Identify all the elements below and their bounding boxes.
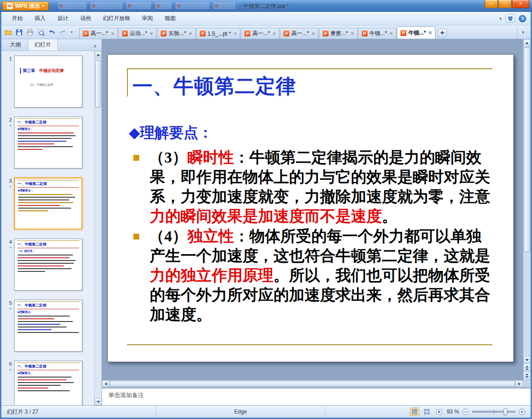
scroll-down-button[interactable] xyxy=(523,356,531,363)
close-tab-icon[interactable]: × xyxy=(312,31,315,36)
new-tab-button[interactable]: + xyxy=(438,28,447,37)
tab-list-dropdown-button[interactable]: ▾ xyxy=(517,27,529,37)
maximize-button[interactable]: □ xyxy=(498,0,512,8)
thumbnail-canvas[interactable]: 一、牛顿第二定律 （4）独立性： xyxy=(14,239,82,291)
document-tab[interactable]: P高一...*× xyxy=(79,28,118,39)
normal-view-button[interactable] xyxy=(410,408,419,416)
slide-heading[interactable]: ◆理解要点： xyxy=(129,123,213,143)
document-tab[interactable]: P摩擦...*× xyxy=(319,28,358,39)
thumb-line xyxy=(18,149,42,150)
menu-insert[interactable]: 插入 xyxy=(29,12,51,25)
print-preview-button[interactable] xyxy=(36,27,46,37)
close-tab-icon[interactable]: × xyxy=(390,31,393,36)
vertical-scrollbar-thumb[interactable] xyxy=(524,47,530,252)
tab-slides[interactable]: 幻灯片 xyxy=(28,39,58,51)
menu-review[interactable]: 审阅 xyxy=(136,12,159,25)
slide-thumbnail-5[interactable]: 5★ 一、牛顿第二定律 ◆理解要点： xyxy=(2,300,93,352)
document-tab-active[interactable]: P牛顿...*× xyxy=(397,26,436,39)
thumb-title: 一、牛顿第二定律 xyxy=(18,181,79,188)
close-tab-icon[interactable]: × xyxy=(429,31,432,35)
redo-button[interactable] xyxy=(58,27,68,37)
horizontal-scrollbar-thumb[interactable] xyxy=(110,381,515,387)
undo-button[interactable] xyxy=(47,27,57,37)
slide-canvas[interactable]: 一、牛顿第二定律 ◆理解要点： （3）瞬时性：牛顿第二定律揭示的是力的瞬间效果，… xyxy=(107,54,514,362)
menu-design[interactable]: 设计 xyxy=(51,12,74,25)
close-tab-icon[interactable]: × xyxy=(233,31,237,36)
scroll-up-button[interactable] xyxy=(523,39,531,46)
horizontal-scrollbar[interactable] xyxy=(102,380,523,387)
thumbnail-canvas-selected[interactable]: 一、牛顿第二定律 ◆理解要点： xyxy=(14,178,82,230)
next-slide-button[interactable] xyxy=(523,372,531,380)
scroll-left-button[interactable] xyxy=(102,380,109,387)
thumbnail-canvas[interactable]: 第三章 牛顿运动定律 3.2 牛顿第二定律 xyxy=(14,56,82,107)
menu-view[interactable]: 视图 xyxy=(159,12,182,25)
thumb-line xyxy=(18,332,79,333)
editing-area: 一、牛顿第二定律 ◆理解要点： （3）瞬时性：牛顿第二定律揭示的是力的瞬间效果，… xyxy=(102,39,531,405)
document-tab[interactable]: P实验...*× xyxy=(157,28,196,39)
slide-thumbnail-4[interactable]: 4★ 一、牛顿第二定律 （4）独立性： xyxy=(2,239,93,291)
zoom-out-button[interactable]: − xyxy=(462,409,469,415)
thumb-lead: ◆理解要点： xyxy=(17,371,79,375)
previous-slide-button[interactable] xyxy=(523,363,531,372)
sidebar-scrollbar-thumb[interactable] xyxy=(95,60,101,107)
save-button[interactable] xyxy=(14,27,24,37)
presentation-file-icon: P xyxy=(161,31,167,36)
thumb-text-lines xyxy=(18,377,79,391)
undo-history-dropdown-icon[interactable]: ▾ xyxy=(69,30,75,34)
slide-indicator: 幻灯片 3 / 27 xyxy=(1,406,156,418)
print-button[interactable] xyxy=(25,27,35,37)
slide-sorter-button[interactable] xyxy=(422,408,431,416)
thumb-line xyxy=(18,327,66,327)
open-button[interactable] xyxy=(3,27,13,37)
slideshow-button[interactable] xyxy=(435,408,444,416)
zoom-slider[interactable] xyxy=(472,411,516,413)
slide-body-textbox[interactable]: （3）瞬时性：牛顿第二定律揭示的是力的瞬间效果，即作用在物体上的力与它的效果是瞬… xyxy=(133,148,495,325)
menu-animation[interactable]: 动画 xyxy=(74,12,97,25)
sidebar-scroll-down-button[interactable] xyxy=(95,398,101,405)
scroll-right-button[interactable] xyxy=(516,380,523,387)
zoom-percent-label: 93 % xyxy=(447,409,459,415)
skin-switch-button[interactable] xyxy=(505,14,515,23)
document-tab[interactable]: P高一...*× xyxy=(280,28,319,39)
zoom-in-button[interactable]: + xyxy=(519,409,525,415)
close-tab-icon[interactable]: × xyxy=(111,31,114,36)
collapse-ribbon-icon[interactable]: ▾ xyxy=(499,16,502,21)
close-tab-icon[interactable]: × xyxy=(273,31,276,36)
document-tab-label: 高一...* xyxy=(252,30,270,37)
sidebar-scroll-up-button[interactable] xyxy=(95,51,101,58)
document-tab[interactable]: P牛顿...*× xyxy=(358,28,397,39)
help-icon[interactable]: ? xyxy=(519,15,526,22)
close-tab-icon[interactable]: × xyxy=(351,31,354,36)
slideshow-play-icon xyxy=(436,409,442,415)
thumbnail-canvas[interactable]: 一、牛顿第二定律 ◆理解要点： xyxy=(14,300,82,352)
close-window-button[interactable]: × xyxy=(512,0,529,8)
document-tab[interactable]: P1.5_...pt *× xyxy=(196,28,240,39)
document-tab[interactable]: P运动...*× xyxy=(118,28,157,39)
thumbnail-canvas[interactable]: 一、牛顿第二定律 ◆理解要点： xyxy=(14,117,82,169)
bullet-paragraph-3: （3）瞬时性：牛顿第二定律揭示的是力的瞬间效果，即作用在物体上的力与它的效果是瞬… xyxy=(133,148,495,226)
slide-thumbnail-1[interactable]: 1 第三章 牛顿运动定律 3.2 牛顿第二定律 xyxy=(2,56,93,107)
close-tab-icon[interactable]: × xyxy=(189,31,192,36)
thumb-line xyxy=(18,208,71,209)
zoom-slider-thumb[interactable] xyxy=(503,409,507,415)
thumb-line xyxy=(18,377,71,378)
slide-number: 4 xyxy=(2,239,12,245)
thumb-line xyxy=(18,318,54,319)
thumb-line xyxy=(18,271,45,272)
slide-thumbnail-2[interactable]: 2★ 一、牛顿第二定律 ◆理解要点： xyxy=(2,117,93,169)
bullet-square-icon xyxy=(133,155,139,161)
close-tab-icon[interactable]: × xyxy=(150,31,153,36)
menu-start[interactable]: 开始 xyxy=(6,12,29,25)
document-tab[interactable]: P高一...*× xyxy=(241,28,279,39)
thumbnail-canvas[interactable]: 一、牛顿第二定律 ◆理解要点： xyxy=(14,361,82,405)
menu-slideshow[interactable]: 幻灯片放映 xyxy=(97,12,136,25)
close-pane-icon[interactable]: × xyxy=(90,42,100,51)
sidebar-scrollbar[interactable] xyxy=(94,51,101,405)
vertical-scrollbar[interactable] xyxy=(523,39,531,380)
notes-pane[interactable]: 单击添加备注 xyxy=(102,387,531,405)
slide-thumbnail-3[interactable]: 3★ 一、牛顿第二定律 ◆理解要点： xyxy=(2,178,93,230)
slide-title[interactable]: 一、牛顿第二定律 xyxy=(132,73,296,100)
slide-thumbnail-6[interactable]: 6★ 一、牛顿第二定律 ◆理解要点： xyxy=(2,361,93,405)
minimize-button[interactable]: — xyxy=(485,0,498,8)
tab-outline[interactable]: 大纲 xyxy=(3,39,28,51)
